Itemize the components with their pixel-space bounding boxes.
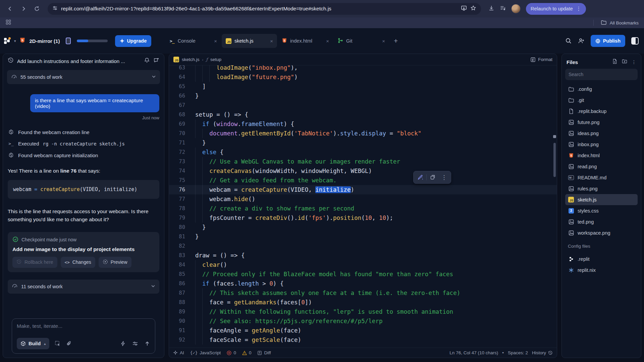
code-editor[interactable]: 63 loadImage("inbox.png"),64 loadImage("… — [169, 65, 557, 348]
files-menu-icon[interactable]: ⋮ — [632, 59, 636, 65]
close-icon[interactable]: × — [326, 38, 329, 44]
quick-actions-icon[interactable] — [120, 341, 126, 347]
tab-Git[interactable]: Git× — [334, 34, 389, 48]
replit-logo-icon[interactable] — [4, 37, 11, 45]
file-replit.nix[interactable]: replit.nix — [565, 264, 638, 276]
agent-composer[interactable]: Build ▴ — [12, 318, 155, 354]
settings-sliders-icon[interactable] — [132, 341, 138, 347]
code-line-78[interactable]: 78 // create a div to show frames per se… — [169, 204, 557, 213]
reading-list-icon[interactable] — [500, 5, 506, 12]
workspace-menu-chevron-icon[interactable]: ▾ — [14, 39, 16, 43]
notifications-icon[interactable] — [144, 57, 150, 65]
code-line-83[interactable]: 83draw = () => { — [169, 251, 557, 260]
changes-button[interactable]: <>Changes — [61, 257, 95, 268]
new-tab-button[interactable]: + — [390, 37, 402, 45]
invite-user-icon[interactable] — [578, 38, 585, 44]
new-folder-icon[interactable] — [622, 59, 627, 65]
site-settings-icon[interactable] — [52, 5, 58, 12]
code-line-81[interactable]: 81} — [169, 232, 557, 241]
code-line-79[interactable]: 79 fpsCounter = createDiv().id('fps').po… — [169, 213, 557, 223]
cursor-position[interactable]: Ln 76, Col 47 (10 chars) — [449, 350, 498, 355]
rollback-here-button[interactable]: Rollback here — [12, 257, 57, 268]
close-icon[interactable]: × — [214, 38, 217, 44]
file-styles.css[interactable]: 3styles.css — [565, 205, 638, 216]
element-selector-icon[interactable] — [55, 341, 61, 347]
close-icon[interactable]: × — [270, 38, 273, 44]
file-.replit[interactable]: .replit — [565, 253, 638, 264]
search-icon[interactable] — [565, 38, 572, 44]
build-mode-button[interactable]: Build ▴ — [17, 338, 49, 349]
file-workspace.png[interactable]: workspace.png — [565, 227, 638, 238]
tab-Console[interactable]: >_Console× — [166, 34, 221, 48]
device-preview-icon[interactable] — [66, 38, 71, 44]
diff-toggle[interactable]: Diff — [257, 350, 271, 355]
code-line-84[interactable]: 84 clear() — [169, 260, 557, 269]
forward-icon[interactable] — [18, 3, 29, 14]
file-.config[interactable]: .config — [565, 83, 638, 95]
ai-status[interactable]: AI — [173, 350, 184, 355]
code-line-91[interactable]: 91 faceAngle = getAngle(face) — [169, 326, 557, 335]
tab-sketch.js[interactable]: JSsketch.js× — [222, 34, 277, 48]
file-.git[interactable]: .git — [565, 95, 638, 106]
code-line-71[interactable]: 71 } — [169, 138, 557, 147]
install-app-icon[interactable] — [461, 5, 467, 12]
code-line-66[interactable]: 66} — [169, 91, 557, 101]
code-line-85[interactable]: 85 // Proceed only if the BlazeFace mode… — [169, 269, 557, 279]
file-future.png[interactable]: future.png — [565, 117, 638, 128]
file-sketch.js[interactable]: JSsketch.js — [565, 194, 638, 205]
code-line-80[interactable]: 80 } — [169, 223, 557, 232]
history-icon[interactable] — [8, 57, 14, 65]
file-search[interactable] — [565, 69, 638, 80]
all-bookmarks-label[interactable]: All Bookmarks — [610, 20, 639, 25]
attachment-icon[interactable] — [66, 341, 72, 347]
code-line-70[interactable]: 70 document.getElementById('TabNotice').… — [169, 129, 557, 138]
language-status[interactable]: {✓} JavaScript — [190, 350, 221, 355]
bookmark-star-icon[interactable] — [470, 5, 476, 12]
indentation-setting[interactable]: Spaces: 2 — [508, 350, 528, 355]
back-icon[interactable] — [5, 3, 15, 14]
code-line-92[interactable]: 92 faceScale = getScale(face) — [169, 335, 557, 345]
browser-menu-icon[interactable]: ⋮ — [576, 6, 581, 12]
file-index.html[interactable]: 5index.html — [565, 150, 638, 161]
format-button[interactable]: Format — [530, 57, 552, 62]
code-line-87[interactable]: 87 // This sketch assumes only one face … — [169, 288, 557, 298]
code-line-90[interactable]: 90 // See also: https://p5js.org/referen… — [169, 316, 557, 326]
ai-edit-icon[interactable] — [415, 173, 426, 182]
submit-arrow-icon[interactable] — [144, 341, 150, 347]
code-line-65[interactable]: 65 ] — [169, 82, 557, 91]
more-options-icon[interactable]: ⋮ — [439, 173, 449, 182]
relaunch-to-update-button[interactable]: Relaunch to update ⋮ — [526, 3, 586, 15]
reload-icon[interactable] — [32, 3, 42, 14]
publish-button[interactable]: Publish — [591, 35, 625, 47]
code-line-68[interactable]: 68setup = () => { — [169, 110, 557, 119]
preview-button[interactable]: Preview — [99, 257, 131, 268]
code-line-73[interactable]: 73 // Use a WebGL Canvas to make our ima… — [169, 157, 557, 166]
download-icon[interactable] — [488, 5, 494, 12]
file-inbox.png[interactable]: inbox.png — [565, 139, 638, 150]
new-chat-icon[interactable] — [153, 57, 159, 65]
code-line-64[interactable]: 64 loadImage("future.png") — [169, 72, 557, 82]
new-file-icon[interactable] — [612, 59, 618, 65]
toggle-sidebar-icon[interactable] — [631, 37, 639, 45]
profile-avatar[interactable] — [511, 4, 521, 13]
code-line-82[interactable]: 82 — [169, 241, 557, 251]
code-line-89[interactable]: 89 // Within the following functions, "l… — [169, 307, 557, 316]
breadcrumb-symbol[interactable]: setup — [210, 57, 221, 62]
error-count[interactable]: 0 — [227, 350, 236, 355]
work-summary-bottom[interactable]: 11 seconds of work — [8, 280, 159, 294]
editor-scrollbar[interactable] — [553, 143, 556, 177]
file-read.png[interactable]: read.png — [565, 161, 638, 172]
breadcrumb-file[interactable]: sketch.js — [182, 57, 200, 62]
agent-chat-title[interactable]: Add launch instructions and footer infor… — [17, 58, 141, 64]
code-line-75[interactable]: 75 // Get a video feed from the webcam. — [169, 176, 557, 185]
code-line-86[interactable]: 86 if (faces.length > 0) { — [169, 279, 557, 288]
code-line-72[interactable]: 72 else { — [169, 147, 557, 157]
warning-count[interactable]: 0 — [242, 350, 252, 355]
copy-insert-icon[interactable] — [427, 173, 438, 182]
file-rules.png[interactable]: rules.png — [565, 183, 638, 194]
file-search-input[interactable] — [569, 72, 634, 77]
code-line-63[interactable]: 63 loadImage("inbox.png"), — [169, 65, 557, 72]
tab-groups-icon[interactable] — [5, 19, 11, 26]
close-icon[interactable]: × — [382, 38, 385, 44]
upgrade-button[interactable]: Upgrade — [115, 35, 151, 47]
